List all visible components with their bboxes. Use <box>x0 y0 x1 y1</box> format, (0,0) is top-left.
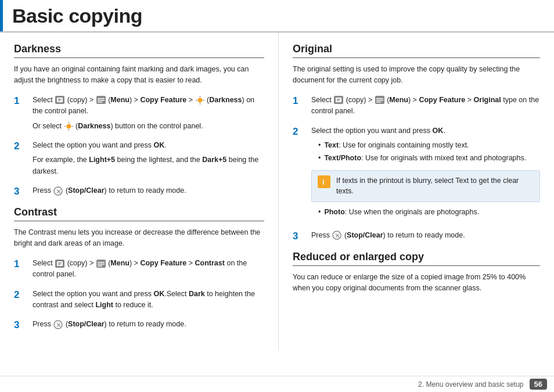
reduced-desc: You can reduce or enlarge the size of a … <box>293 272 540 294</box>
svg-rect-37 <box>376 102 381 103</box>
original-step-3-content: Press ✕ (Stop/Clear) to return to ready … <box>311 230 540 241</box>
contrast-step-1-content: Select (copy) > (Menu) > Copy Feature > … <box>33 258 264 280</box>
darkness-icon-2 <box>64 122 75 130</box>
contrast-step-1: 1 Select (copy) > (Menu) > Copy Feature … <box>14 258 264 280</box>
section-original: Original The original setting is used to… <box>293 43 540 243</box>
stop-icon: ✕ <box>53 186 65 195</box>
svg-rect-25 <box>98 262 105 263</box>
darkness-step-2-sub: For example, the Light+5 being the light… <box>33 154 264 177</box>
darkness-steps: 1 Select (copy) > (Menu) > Copy Feature … <box>14 95 264 198</box>
contrast-step-number-3: 3 <box>14 319 27 332</box>
svg-rect-2 <box>58 99 62 100</box>
section-darkness: Darkness If you have an original contain… <box>14 43 264 198</box>
section-contrast: Contrast The Contrast menu lets you incr… <box>14 206 264 332</box>
step-number-2: 2 <box>14 140 27 153</box>
page-title: Basic copying <box>0 0 554 31</box>
footer-text: 2. Menu overview and basic setup <box>418 380 523 389</box>
darkness-step-2: 2 Select the option you want and press O… <box>14 140 264 177</box>
original-step-3: 3 Press ✕ (Stop/Clear) to return to read… <box>293 230 540 243</box>
svg-rect-7 <box>98 102 102 103</box>
svg-rect-33 <box>337 100 339 102</box>
contrast-desc: The Contrast menu lets you increase or d… <box>14 227 264 250</box>
contrast-step-2: 2 Select the option you want and press O… <box>14 289 264 311</box>
original-step-number-1: 1 <box>293 95 305 107</box>
svg-rect-22 <box>58 262 62 264</box>
stop-icon-2: ✕ <box>53 320 65 328</box>
contrast-step-3: 3 Press ✕ (Stop/Clear) to return to read… <box>14 319 264 332</box>
svg-rect-21 <box>57 261 63 266</box>
svg-rect-36 <box>376 100 383 101</box>
svg-rect-6 <box>98 100 105 101</box>
darkness-step-2-content: Select the option you want and press OK.… <box>33 140 264 177</box>
content-area: Darkness If you have an original contain… <box>0 33 554 350</box>
darkness-step-1-sub: Or select (Darkness) button on the contr… <box>33 121 264 132</box>
svg-rect-5 <box>98 98 105 99</box>
svg-rect-26 <box>98 264 105 265</box>
original-options-list: Text: Use for originals containing mostl… <box>318 140 540 164</box>
svg-text:✕: ✕ <box>56 188 62 196</box>
step-number-1: 1 <box>14 95 27 107</box>
svg-text:✕: ✕ <box>334 232 340 240</box>
svg-rect-32 <box>337 99 340 100</box>
darkness-step-1: 1 Select (copy) > (Menu) > Copy Feature … <box>14 95 264 132</box>
original-options-list-2: Photo: Use when the originals are photog… <box>318 207 540 218</box>
note-icon: i <box>318 175 330 188</box>
darkness-step-1-content: Select (copy) > (Menu) > Copy Feature > … <box>33 95 264 132</box>
original-option-photo: Photo: Use when the originals are photog… <box>318 207 540 218</box>
original-step-2-content: Select the option you want and press OK.… <box>311 125 540 222</box>
svg-text:i: i <box>322 178 325 186</box>
original-option-textphoto: Text/Photo: Use for originals with mixed… <box>318 153 540 164</box>
original-steps: 1 Select (copy) > (Menu) > Copy Feature … <box>293 95 540 243</box>
original-option-text: Text: Use for originals containing mostl… <box>318 140 540 151</box>
contrast-step-number-1: 1 <box>14 258 27 271</box>
svg-rect-23 <box>58 264 60 265</box>
original-step-number-2: 2 <box>293 125 305 138</box>
original-step-2: 2 Select the option you want and press O… <box>293 125 540 222</box>
original-title: Original <box>293 43 540 58</box>
section-reduced: Reduced or enlarged copy You can reduce … <box>293 251 540 294</box>
contrast-steps: 1 Select (copy) > (Menu) > Copy Feature … <box>14 258 264 332</box>
contrast-step-3-content: Press ✕ (Stop/Clear) to return to ready … <box>33 319 264 330</box>
contrast-step-2-content: Select the option you want and press OK.… <box>33 289 264 311</box>
original-desc: The original setting is used to improve … <box>293 64 540 87</box>
svg-rect-31 <box>336 98 341 102</box>
menu-icon-3 <box>375 96 387 104</box>
darkness-title: Darkness <box>14 43 264 58</box>
svg-point-8 <box>197 98 202 102</box>
svg-rect-35 <box>376 98 383 99</box>
original-step-number-3: 3 <box>293 230 305 243</box>
svg-rect-1 <box>57 98 63 102</box>
contrast-title: Contrast <box>14 206 264 221</box>
copy-icon <box>55 96 67 104</box>
stop-icon-3: ✕ <box>332 231 344 239</box>
reduced-title: Reduced or enlarged copy <box>293 251 540 266</box>
contrast-step-number-2: 2 <box>14 289 27 301</box>
copy-icon-2 <box>55 259 67 267</box>
menu-icon <box>96 96 108 104</box>
copy-icon-3 <box>333 96 346 104</box>
original-step-1-content: Select (copy) > (Menu) > Copy Feature > … <box>311 95 540 117</box>
step-number-3: 3 <box>14 185 27 198</box>
svg-text:✕: ✕ <box>56 321 62 329</box>
svg-point-13 <box>66 124 71 128</box>
darkness-desc: If you have an original containing faint… <box>14 64 264 87</box>
left-column: Darkness If you have an original contain… <box>0 33 279 350</box>
footer-page-number: 56 <box>530 379 547 390</box>
darkness-step-3-content: Press ✕ (Stop/Clear) to return to ready … <box>33 185 264 196</box>
footer: 2. Menu overview and basic setup 56 <box>0 376 554 392</box>
note-text: If texts in the printout is blurry, sele… <box>336 175 534 197</box>
darkness-step-3: 3 Press ✕ (Stop/Clear) to return to read… <box>14 185 264 198</box>
darkness-icon <box>195 96 207 104</box>
svg-rect-27 <box>98 265 102 267</box>
note-box: i If texts in the printout is blurry, se… <box>311 170 540 203</box>
original-step-1: 1 Select (copy) > (Menu) > Copy Feature … <box>293 95 540 117</box>
svg-rect-3 <box>58 100 60 102</box>
menu-icon-2 <box>96 259 108 267</box>
right-column: Original The original setting is used to… <box>279 33 554 350</box>
